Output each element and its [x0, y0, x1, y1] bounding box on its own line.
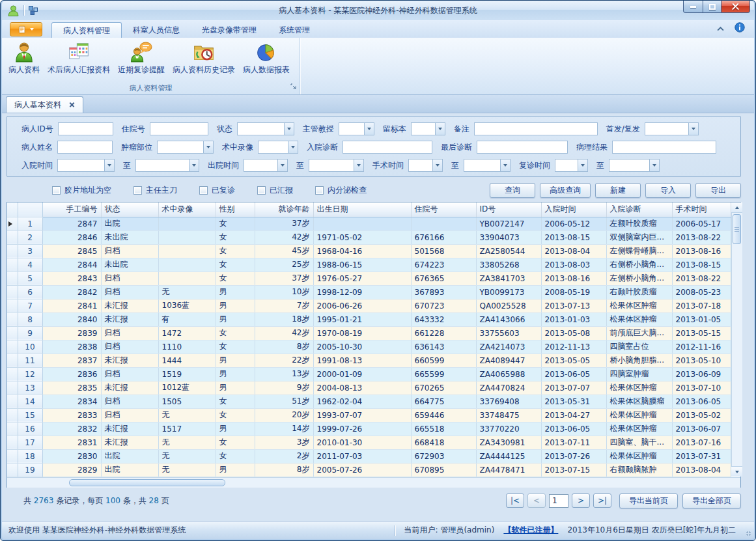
intraop-video-combo[interactable]	[258, 141, 298, 154]
table-row[interactable]: 52843归档女37岁1976-05-27676365ZA38417032013…	[7, 271, 731, 285]
patient-id-input[interactable]	[58, 122, 113, 135]
patient-name-input[interactable]	[57, 141, 113, 154]
table-row[interactable]: 192829出院无男8岁2005-07-26670895ZA4478471201…	[7, 463, 731, 477]
table-row[interactable]: 142834归档1505女51岁1962-02-0466477533769408…	[7, 395, 731, 408]
info-icon[interactable]	[735, 22, 745, 35]
tab-close-icon[interactable]	[69, 102, 75, 108]
table-row[interactable]: 12847出院女37岁YB00721472006-05-12左额叶胶质瘤2006…	[7, 217, 731, 230]
status-combo[interactable]	[237, 122, 294, 135]
export-all-pages-button[interactable]: 导出全部页	[682, 493, 741, 508]
import-button[interactable]: 导入	[645, 183, 691, 198]
ribbon-tab-patient-data-management[interactable]: 病人资料管理	[51, 22, 122, 38]
followup-date-from-combo[interactable]	[555, 159, 588, 172]
ribbon-collapse-chevron-icon[interactable]	[717, 24, 724, 33]
ribbon-button-patient-history-record[interactable]: 病人资料历史记录	[169, 39, 239, 83]
table-row[interactable]: 22846未出院女42岁1971-05-02676166339040732013…	[7, 230, 731, 244]
ribbon-tab-department-staff-info[interactable]: 科室人员信息	[122, 22, 191, 38]
table-row[interactable]: 32845归档女45岁1968-04-16501568ZA25805442013…	[7, 244, 731, 258]
table-row[interactable]: 112837未汇报1444男22岁1991-08-13660599ZA40894…	[7, 354, 731, 367]
table-row[interactable]: 72841未汇报1036蓝男7岁2006-06-26670723QA002552…	[7, 299, 731, 312]
admission-date-to-combo[interactable]	[135, 159, 199, 172]
last-page-button[interactable]: >|	[593, 493, 611, 508]
table-row[interactable]: 172831未汇报无女3岁2010-01-30668418ZA343098120…	[7, 436, 731, 449]
chevron-down-icon[interactable]	[649, 160, 659, 171]
tumor-site-combo[interactable]	[157, 141, 214, 154]
chevron-down-icon[interactable]	[364, 123, 374, 135]
table-row[interactable]: 42844未出院女25岁1988-06-15674223338052682013…	[7, 258, 731, 271]
column-header-id-no[interactable]: ID号	[476, 202, 541, 217]
checkbox-chief-surgeon[interactable]: 主任主刀	[133, 185, 177, 196]
chevron-down-icon[interactable]	[435, 123, 445, 135]
ribbon-button-patient-data-report[interactable]: 病人数据报表	[239, 39, 294, 83]
admission-no-input[interactable]	[150, 122, 208, 135]
table-row[interactable]: 92839归档1472女42岁1970-08-19661228337556032…	[7, 326, 731, 340]
export-current-page-button[interactable]: 导出当前页	[619, 493, 678, 508]
column-header-gender[interactable]: 性别	[216, 202, 255, 217]
chevron-down-icon[interactable]	[277, 160, 287, 171]
next-page-button[interactable]: >	[572, 493, 590, 508]
scroll-up-button[interactable]	[731, 202, 742, 213]
horizontal-scrollbar[interactable]	[7, 477, 740, 488]
table-row[interactable]: 62842归档无男10岁1998-12-09367893YB0099173200…	[7, 285, 731, 299]
column-header-manual-no[interactable]: 手工编号	[42, 202, 101, 217]
ribbon-button-patient-data[interactable]: 病人资料	[5, 39, 44, 83]
checkbox-followed-up[interactable]: 已复诊	[199, 185, 235, 196]
pathology-result-input[interactable]	[612, 141, 716, 154]
remarks-input[interactable]	[474, 122, 598, 135]
close-button[interactable]	[721, 1, 750, 13]
column-header-birth-date[interactable]: 出生日期	[313, 202, 411, 217]
license-registered-link[interactable]: 【软件已注册】	[503, 525, 558, 536]
ribbon-button-postop-report-data[interactable]: 术后病人汇报资料	[44, 39, 114, 83]
chevron-down-icon[interactable]	[288, 141, 298, 153]
chevron-down-icon[interactable]	[104, 160, 114, 171]
chevron-down-icon[interactable]	[688, 123, 698, 135]
resize-grip[interactable]	[746, 531, 751, 536]
advanced-search-button[interactable]: 高级查询	[540, 183, 591, 198]
column-header-status[interactable]: 状态	[101, 202, 158, 217]
discharge-date-from-combo[interactable]	[244, 159, 288, 172]
checkbox-reported[interactable]: 已汇报	[257, 185, 293, 196]
search-button[interactable]: 查询	[490, 183, 535, 198]
minimize-button[interactable]	[683, 1, 703, 13]
surgery-date-to-combo[interactable]	[464, 159, 511, 172]
table-row[interactable]: 162832未汇报1517男14岁1999-07-266655183377022…	[7, 422, 731, 436]
followup-date-to-combo[interactable]	[609, 159, 660, 172]
page-input[interactable]	[549, 494, 568, 508]
chevron-down-icon[interactable]	[500, 160, 510, 171]
chevron-down-icon[interactable]	[432, 160, 442, 171]
tab-patient-basic-info[interactable]: 病人基本资料	[6, 96, 83, 113]
app-menu-button[interactable]	[10, 22, 42, 36]
column-header-intraop-video[interactable]: 术中录像	[158, 202, 216, 217]
chevron-down-icon[interactable]	[189, 160, 199, 171]
table-row[interactable]: 102838归档1110女8岁2005-10-30636143ZA4214073…	[7, 340, 731, 354]
column-header-age-at-visit[interactable]: 就诊年龄	[255, 202, 313, 217]
surgery-date-from-combo[interactable]	[408, 159, 443, 172]
maximize-button[interactable]	[703, 1, 721, 13]
table-row[interactable]: 82840未汇报有男18岁1995-01-21643332ZA414306620…	[7, 312, 731, 326]
final-diagnosis-input[interactable]	[477, 141, 568, 154]
quick-access-blocks-icon[interactable]	[28, 5, 38, 16]
ribbon-tab-system-management[interactable]: 系统管理	[268, 22, 321, 38]
first-page-button[interactable]: |<	[506, 493, 524, 508]
ribbon-button-followup-reminder[interactable]: 近期复诊提醒	[114, 39, 169, 83]
dialog-launcher-icon[interactable]	[290, 83, 297, 92]
scroll-down-button[interactable]	[731, 466, 742, 477]
column-header-admission-diagnosis[interactable]: 入院诊断	[606, 202, 672, 217]
attending-professor-combo[interactable]	[339, 122, 374, 135]
table-row[interactable]: 122836归档1519男13岁2000-01-09665599ZA406598…	[7, 367, 731, 381]
export-button[interactable]: 导出	[695, 183, 741, 198]
first-or-recurrence-combo[interactable]	[645, 122, 699, 135]
column-header-admission-date[interactable]: 入院时间	[541, 202, 606, 217]
discharge-date-to-combo[interactable]	[309, 159, 364, 172]
admission-diagnosis-input[interactable]	[343, 141, 432, 154]
vertical-scrollbar[interactable]	[731, 202, 742, 477]
ribbon-tab-disc-video-management[interactable]: 光盘录像带管理	[191, 22, 268, 38]
admission-date-from-combo[interactable]	[57, 159, 115, 172]
horizontal-scrollbar-thumb[interactable]	[69, 479, 225, 486]
chevron-down-icon[interactable]	[578, 160, 587, 171]
column-header-surgery-date[interactable]: 手术时间	[672, 202, 731, 217]
column-header-admission-no[interactable]: 住院号	[411, 202, 476, 217]
chevron-down-icon[interactable]	[203, 141, 213, 153]
chevron-down-icon[interactable]	[354, 160, 363, 171]
prev-page-button[interactable]: <	[527, 493, 546, 508]
